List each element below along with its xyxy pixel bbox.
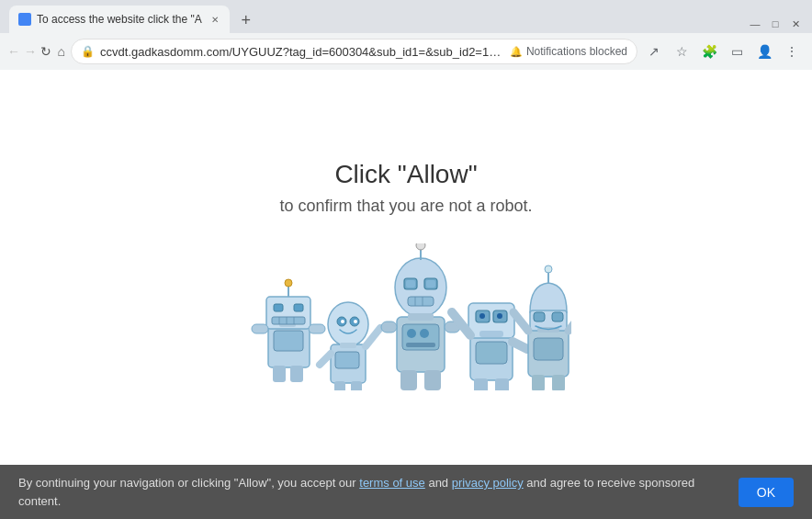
svg-rect-32 [408, 313, 434, 321]
page-content: Click "Allow" to confirm that you are no… [0, 70, 812, 471]
footer-text-before-link1: By continuing your navigation or clickin… [18, 476, 359, 490]
svg-rect-45 [424, 370, 441, 390]
footer-bar: By continuing your navigation or clickin… [0, 465, 812, 519]
svg-point-42 [420, 329, 429, 338]
svg-rect-69 [552, 375, 565, 390]
tab-title: To access the website click the "A [37, 13, 202, 26]
lock-icon: 🔒 [81, 45, 95, 58]
svg-rect-66 [552, 312, 563, 322]
svg-point-41 [407, 329, 416, 338]
profile-button[interactable]: 👤 [751, 39, 777, 64]
svg-rect-5 [272, 317, 305, 324]
svg-point-29 [395, 258, 446, 317]
active-tab[interactable]: To access the website click the "A ✕ [9, 6, 230, 33]
svg-rect-50 [479, 331, 503, 337]
svg-point-22 [354, 320, 357, 323]
svg-line-59 [513, 342, 527, 349]
svg-point-21 [341, 320, 344, 323]
share-button[interactable]: ↗ [641, 39, 667, 64]
address-box[interactable]: 🔒 ccvdt.gadkasdomm.com/UYGUUZ?tag_id=600… [71, 39, 637, 64]
tab-close-button[interactable]: ✕ [208, 12, 222, 27]
svg-rect-68 [532, 375, 545, 390]
split-screen-button[interactable]: ▭ [724, 39, 750, 64]
svg-rect-65 [534, 312, 545, 322]
svg-rect-56 [474, 378, 488, 390]
svg-rect-57 [495, 378, 509, 390]
svg-rect-10 [273, 366, 286, 382]
footer-text: By continuing your navigation or clickin… [18, 474, 720, 510]
svg-rect-67 [534, 338, 563, 360]
svg-rect-46 [381, 322, 397, 333]
svg-point-31 [416, 243, 425, 250]
address-text: ccvdt.gadkasdomm.com/UYGUUZ?tag_id=60030… [100, 45, 504, 59]
svg-rect-35 [406, 280, 415, 288]
svg-rect-24 [334, 381, 345, 390]
svg-point-54 [497, 313, 502, 319]
svg-line-27 [320, 354, 331, 365]
tab-bar: To access the website click the "A ✕ + —… [0, 0, 812, 33]
terms-of-use-link[interactable]: terms of use [359, 476, 425, 490]
svg-rect-44 [400, 370, 417, 390]
svg-point-53 [479, 313, 485, 319]
home-button[interactable]: ⌂ [56, 39, 68, 64]
svg-rect-23 [335, 352, 359, 368]
close-button[interactable]: ✕ [786, 15, 805, 33]
chrome-frame: To access the website click the "A ✕ + —… [0, 0, 812, 70]
svg-line-71 [513, 312, 528, 331]
svg-rect-11 [290, 366, 303, 382]
svg-rect-55 [476, 342, 507, 364]
svg-rect-36 [426, 280, 435, 288]
address-bar-row: ← → ↻ ⌂ 🔒 ccvdt.gadkasdomm.com/UYGUUZ?ta… [0, 33, 812, 70]
tab-favicon [18, 13, 31, 26]
notification-bell-icon: 🔔 [510, 46, 523, 58]
refresh-button[interactable]: ↻ [40, 39, 52, 64]
toolbar-icons: ↗ ☆ 🧩 ▭ 👤 ⋮ [641, 39, 805, 64]
svg-rect-15 [309, 324, 325, 333]
svg-rect-18 [340, 343, 356, 348]
svg-rect-9 [274, 331, 303, 351]
svg-rect-4 [294, 304, 303, 311]
svg-point-13 [285, 279, 292, 287]
svg-point-17 [328, 302, 368, 346]
privacy-policy-link[interactable]: privacy policy [452, 476, 524, 490]
menu-button[interactable]: ⋮ [779, 39, 805, 64]
ok-button[interactable]: OK [739, 478, 794, 507]
svg-point-63 [545, 265, 552, 273]
svg-rect-25 [351, 381, 362, 390]
page-subtext: to confirm that you are not a robot. [279, 197, 532, 216]
maximize-button[interactable]: □ [766, 15, 784, 33]
robots-illustration [241, 243, 571, 390]
notifications-blocked-label: Notifications blocked [526, 45, 627, 58]
extensions-button[interactable]: 🧩 [696, 39, 722, 64]
svg-line-70 [569, 312, 571, 331]
svg-rect-3 [274, 304, 283, 311]
minimize-button[interactable]: — [746, 15, 764, 33]
page-headline: Click "Allow" [334, 160, 477, 189]
svg-rect-14 [252, 324, 268, 333]
back-button[interactable]: ← [7, 39, 20, 64]
svg-rect-43 [406, 343, 435, 347]
forward-button[interactable]: → [24, 39, 37, 64]
bookmark-button[interactable]: ☆ [669, 39, 694, 64]
svg-rect-37 [408, 297, 434, 306]
footer-text-between: and [425, 476, 452, 490]
notifications-blocked-indicator: 🔔 Notifications blocked [510, 45, 627, 58]
new-tab-button[interactable]: + [233, 7, 259, 33]
